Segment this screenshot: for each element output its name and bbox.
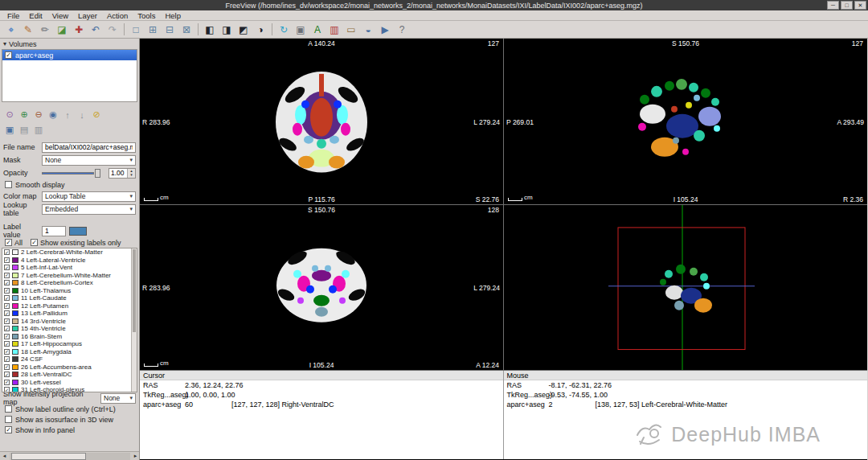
opacity-slider-handle[interactable]	[95, 169, 100, 178]
label-checkbox[interactable]	[4, 364, 10, 370]
label-checkbox[interactable]	[4, 273, 10, 278]
menu-view[interactable]: View	[47, 11, 73, 20]
label-list-item[interactable]: 12 Left-Putamen	[2, 302, 130, 310]
rotate-view-icon[interactable]: ↻	[276, 23, 292, 37]
colorbar-toggle-icon[interactable]: ▥	[326, 23, 342, 37]
volume-visibility-checkbox[interactable]	[5, 51, 12, 59]
title-bar[interactable]: FreeView (/home/ines_dv/workspace2/monai…	[0, 0, 868, 10]
show-existing-labels-checkbox[interactable]	[31, 239, 38, 246]
label-list-item[interactable]: 11 Left-Caudate	[2, 294, 130, 302]
coronal-viewport[interactable]: S 150.76 128 R 283.96 L 279.24 I 105.24 …	[140, 205, 503, 371]
view-axial-icon[interactable]: ◩	[235, 23, 252, 37]
opacity-spinbox[interactable]: ▴▾	[108, 168, 136, 179]
label-value-input[interactable]	[45, 227, 63, 235]
sagittal-viewport[interactable]: S 150.76 127 P 269.01 A 293.49 I 105.24 …	[504, 39, 867, 204]
label-list-item[interactable]: 18 Left-Amygdala	[2, 348, 130, 356]
lookup-table-dropdown[interactable]: Embedded ▾	[42, 204, 136, 215]
label-checkbox[interactable]	[4, 318, 10, 324]
close-button[interactable]: ✕	[854, 1, 866, 10]
label-checkbox[interactable]	[4, 326, 10, 331]
label-checkbox[interactable]	[4, 280, 10, 285]
link-volumes-icon[interactable]: ⊙	[3, 109, 16, 121]
label-value-color-swatch[interactable]	[69, 227, 87, 236]
menu-tools[interactable]: Tools	[133, 11, 160, 20]
intensity-projection-dropdown[interactable]: None ▾	[100, 393, 136, 404]
annotation-toggle-icon[interactable]: A	[309, 23, 326, 37]
label-list-item[interactable]: 13 Left-Pallidum	[2, 310, 130, 318]
label-list-item[interactable]: 8 Left-Cerebellum-Cortex	[2, 279, 130, 287]
navigate-tool-icon[interactable]: ⌖	[3, 23, 19, 37]
voxel-edit-icon[interactable]: ✎	[20, 23, 36, 37]
color-map-dropdown[interactable]: Lookup Table ▾	[42, 191, 136, 202]
label-list-item[interactable]: 24 CSF	[2, 355, 130, 363]
smooth-display-checkbox[interactable]	[5, 181, 12, 188]
opacity-value-input[interactable]	[109, 169, 127, 178]
scrollbar-thumb[interactable]	[11, 453, 86, 460]
layout-1x3-icon[interactable]: ⊟	[162, 23, 178, 37]
scroll-right-icon[interactable]: ▸	[131, 452, 140, 460]
label-list-item[interactable]: 10 Left-Thalamus	[2, 287, 130, 295]
maximize-button[interactable]: □	[841, 1, 853, 10]
label-checkbox[interactable]	[4, 387, 10, 392]
label-checkbox[interactable]	[4, 295, 10, 301]
label-list-item[interactable]: 26 Left-Accumbens-area	[2, 363, 130, 372]
label-checkbox[interactable]	[4, 372, 10, 377]
undo-icon[interactable]: ↶	[88, 23, 104, 37]
axial-viewport[interactable]: A 140.24 127 R 283.96 L 279.24 P 115.76 …	[140, 39, 503, 204]
label-list-item[interactable]: 28 Left-VentralDC	[2, 371, 130, 379]
label-list-item[interactable]: 7 Left-Cerebellum-White-Matter	[2, 272, 130, 280]
pointset-edit-icon[interactable]: ✚	[71, 23, 87, 37]
file-name-field[interactable]	[42, 142, 136, 153]
menu-file[interactable]: File	[2, 11, 24, 20]
isosurface-checkbox[interactable]	[5, 416, 12, 423]
lock-layer-icon[interactable]: ⊘	[90, 109, 103, 121]
label-value-field[interactable]	[42, 226, 66, 236]
label-checkbox[interactable]	[4, 310, 10, 316]
show-info-panel-checkbox[interactable]	[5, 426, 12, 433]
label-list-item[interactable]: 15 4th-Ventricle	[2, 325, 130, 333]
label-checkbox[interactable]	[4, 341, 10, 347]
mask-dropdown[interactable]: None ▾	[42, 155, 136, 166]
paste-settings-icon[interactable]: ▤	[18, 124, 31, 136]
opacity-slider[interactable]	[42, 168, 105, 179]
label-list-item[interactable]: 16 Brain-Stem	[2, 333, 130, 341]
view-coronal-icon[interactable]: ◨	[219, 23, 235, 37]
scroll-left-icon[interactable]: ◂	[0, 452, 9, 460]
label-list-item[interactable]: 17 Left-Hippocampus	[2, 340, 130, 348]
menu-layer[interactable]: Layer	[73, 11, 102, 20]
label-checkbox[interactable]	[4, 303, 10, 309]
movie-icon[interactable]: ▶	[377, 23, 393, 37]
layout-1x3-horizontal-icon[interactable]: ⊠	[178, 23, 194, 37]
head-surface-icon[interactable]: ◒	[360, 23, 376, 37]
move-layer-down-icon[interactable]: ↓	[76, 109, 88, 121]
minimize-button[interactable]: ─	[827, 1, 839, 10]
layout-2x2-icon[interactable]: ⊞	[145, 23, 161, 37]
view-sagittal-icon[interactable]: ◧	[202, 23, 218, 37]
paste-settings-all-icon[interactable]: ▥	[32, 124, 45, 136]
menu-help[interactable]: Help	[160, 11, 186, 20]
label-list-item[interactable]: 31 Left-choroid-plexus	[2, 386, 130, 392]
tree-expander-icon[interactable]: ▾	[3, 40, 6, 47]
menu-edit[interactable]: Edit	[24, 11, 47, 20]
recon-edit-icon[interactable]: ✏	[37, 23, 53, 37]
all-labels-checkbox[interactable]	[5, 239, 12, 246]
label-checkbox[interactable]	[4, 265, 10, 270]
label-list-item[interactable]: 5 Left-Inf-Lat-Vent	[2, 264, 130, 272]
label-outline-checkbox[interactable]	[5, 405, 12, 413]
label-checkbox[interactable]	[4, 349, 10, 355]
volume-item-aparc-aseg[interactable]: aparc+aseg	[2, 50, 137, 60]
view-3d-viewport[interactable]	[504, 205, 867, 371]
view-3d-icon[interactable]: ◑	[252, 23, 268, 37]
help-cursor-icon[interactable]: ?	[394, 23, 410, 37]
redo-icon[interactable]: ↷	[104, 23, 121, 37]
label-list-item[interactable]: 2 Left-Cerebral-White-Matter	[2, 248, 130, 257]
label-checkbox[interactable]	[4, 380, 10, 385]
scrollbar-track[interactable]	[10, 453, 130, 460]
snapshot-icon[interactable]: ▣	[293, 23, 309, 37]
label-checkbox[interactable]	[4, 257, 10, 263]
label-checkbox[interactable]	[4, 334, 10, 339]
unload-volume-icon[interactable]: ⊖	[32, 109, 45, 121]
roi-edit-icon[interactable]: ◪	[54, 23, 70, 37]
volume-info-icon[interactable]: ◉	[47, 109, 59, 121]
label-list-item[interactable]: 30 Left-vessel	[2, 379, 130, 387]
